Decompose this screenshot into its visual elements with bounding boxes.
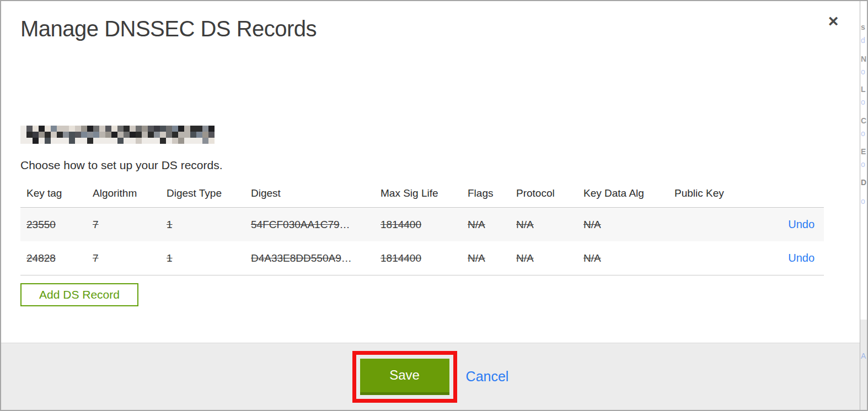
cell-algorithm: 7 <box>93 219 99 230</box>
redaction-pixel <box>136 132 142 138</box>
redaction-pixel <box>87 138 93 144</box>
redaction-pixel <box>20 138 26 144</box>
background-text-fragment: o <box>861 98 865 106</box>
redaction-pixel <box>51 126 57 132</box>
redaction-pixel <box>57 138 63 144</box>
redaction-pixel <box>93 138 99 144</box>
modal-footer: Save Cancel <box>1 343 860 410</box>
redaction-pixel <box>26 126 33 132</box>
redaction-pixel <box>184 138 190 144</box>
background-text-fragment: o <box>861 129 865 137</box>
redaction-pixel <box>81 126 87 132</box>
redaction-pixel <box>142 132 148 138</box>
redaction-pixel <box>117 132 124 138</box>
redaction-pixel <box>142 126 148 132</box>
redaction-pixel <box>130 132 136 138</box>
redaction-pixel <box>160 138 166 144</box>
redaction-pixel <box>142 138 148 144</box>
redaction-pixel <box>202 126 208 132</box>
close-icon[interactable]: × <box>823 11 843 31</box>
column-header-key-tag: Key tag <box>20 183 93 208</box>
background-text-fragment: d <box>861 36 865 44</box>
cell-key-data-alg: N/A <box>583 252 601 264</box>
redaction-pixel <box>202 138 208 144</box>
redaction-pixel <box>178 126 184 132</box>
column-header-protocol: Protocol <box>516 183 583 208</box>
redaction-pixel <box>124 126 130 132</box>
background-text-fragment: o <box>861 197 865 205</box>
column-header-digest: Digest <box>251 183 381 208</box>
redaction-pixel <box>154 138 160 144</box>
save-button[interactable]: Save <box>360 359 449 395</box>
background-text-fragment: o <box>861 68 865 75</box>
redaction-pixel <box>69 138 75 144</box>
redaction-pixel <box>172 126 178 132</box>
redacted-domain-name <box>20 126 215 144</box>
digest-ellipsis: … <box>340 219 350 230</box>
ds-records-table: Key tag Algorithm Digest Type Digest Max… <box>20 183 824 275</box>
background-text-fragment: D <box>861 179 866 186</box>
redaction-pixel <box>184 126 190 132</box>
redaction-pixel <box>117 138 124 144</box>
redaction-pixel <box>130 138 136 144</box>
redaction-pixel <box>20 126 26 132</box>
redaction-pixel <box>208 132 215 138</box>
redaction-pixel <box>45 126 51 132</box>
redaction-pixel <box>99 138 105 144</box>
redaction-pixel <box>99 132 105 138</box>
redaction-pixel <box>81 132 87 138</box>
redaction-pixel <box>69 132 75 138</box>
redaction-pixel <box>208 138 215 144</box>
subtitle-text: Choose how to set up your DS records. <box>20 159 223 172</box>
cell-digest-type: 1 <box>167 219 173 230</box>
redaction-pixel <box>196 138 202 144</box>
background-text-fragment: N <box>861 55 866 63</box>
redaction-pixel <box>111 138 117 144</box>
background-text-fragment: E <box>861 148 866 155</box>
cell-key-tag: 24828 <box>26 252 56 264</box>
cell-flags: N/A <box>468 219 485 230</box>
redaction-pixel <box>190 138 196 144</box>
cell-max-sig-life: 1814400 <box>381 252 421 264</box>
redaction-pixel <box>178 132 184 138</box>
undo-link[interactable]: Undo <box>788 252 815 264</box>
redaction-pixel <box>33 126 39 132</box>
redaction-pixel <box>87 126 93 132</box>
redaction-pixel <box>20 132 26 138</box>
page-title: Manage DNSSEC DS Records <box>20 17 317 41</box>
redaction-pixel <box>57 132 63 138</box>
column-header-digest-type: Digest Type <box>167 183 251 208</box>
background-page-footer-sliver <box>860 320 867 410</box>
redaction-pixel <box>154 132 160 138</box>
table-row: 23550 7 1 54FCF030AA1C79… 1814400 N/A N/… <box>20 208 824 242</box>
undo-link[interactable]: Undo <box>788 218 815 230</box>
redaction-pixel <box>63 138 69 144</box>
column-header-algorithm: Algorithm <box>93 183 167 208</box>
redaction-pixel <box>124 132 130 138</box>
red-annotation-rectangle: Save <box>352 351 457 403</box>
cancel-link[interactable]: Cancel <box>466 369 509 385</box>
cell-key-tag: 23550 <box>26 219 56 230</box>
redaction-pixel <box>75 138 81 144</box>
redaction-pixel <box>117 126 124 132</box>
cell-max-sig-life: 1814400 <box>381 219 421 230</box>
column-header-public-key: Public Key <box>674 183 774 208</box>
redaction-pixel <box>178 138 184 144</box>
redaction-pixel <box>75 132 81 138</box>
redaction-pixel <box>33 132 39 138</box>
redaction-pixel <box>148 132 154 138</box>
redaction-pixel <box>45 138 51 144</box>
redaction-pixel <box>81 138 87 144</box>
cell-key-data-alg: N/A <box>583 219 601 230</box>
redaction-pixel <box>196 132 202 138</box>
background-text-fragment: C <box>861 117 866 125</box>
redaction-pixel <box>51 138 57 144</box>
add-ds-record-button[interactable]: Add DS Record <box>20 283 138 306</box>
redaction-pixel <box>196 126 202 132</box>
redaction-pixel <box>190 132 196 138</box>
redaction-pixel <box>69 126 75 132</box>
redaction-pixel <box>130 126 136 132</box>
cell-digest: D4A33E8DD550A9 <box>251 252 341 264</box>
redaction-pixel <box>45 132 51 138</box>
cell-digest: 54FCF030AA1C79 <box>251 219 340 230</box>
